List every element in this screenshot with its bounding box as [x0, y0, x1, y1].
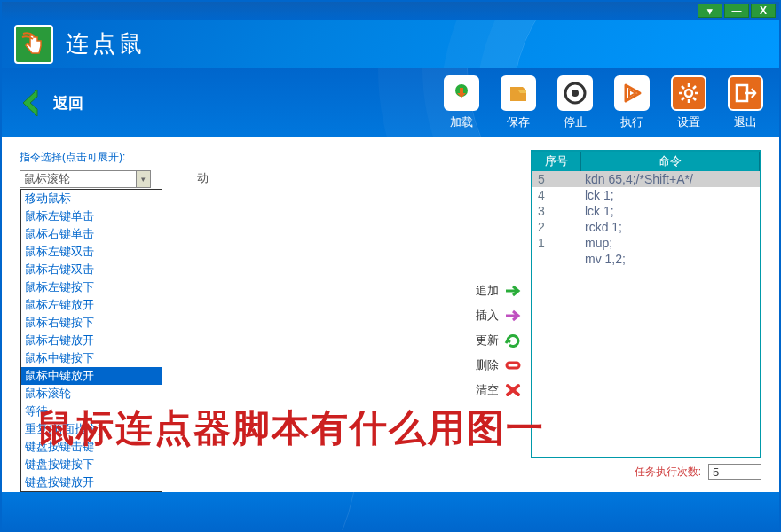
- action-label: 删除: [476, 357, 499, 373]
- cell-cmd: lck 1;: [581, 203, 760, 219]
- cell-cmd: lck 1;: [581, 187, 760, 203]
- update-icon: [504, 332, 522, 348]
- restore-button[interactable]: ▾: [698, 4, 722, 18]
- command-select-panel: 指令选择(点击可展开): 鼠标滚轮 ▾ 移动鼠标鼠标左键单击鼠标右键单击鼠标左键…: [20, 150, 179, 480]
- clear-action[interactable]: 清空: [476, 382, 522, 398]
- command-dropdown[interactable]: 移动鼠标鼠标左键单击鼠标右键单击鼠标左键双击鼠标右键双击鼠标左键按下鼠标左键放开…: [20, 189, 162, 492]
- dropdown-item[interactable]: 鼠标中键按下: [21, 349, 162, 367]
- table-header: 序号 命令: [532, 152, 760, 171]
- dropdown-item[interactable]: 鼠标左键单击: [21, 207, 162, 225]
- svg-line-9: [693, 98, 696, 100]
- exit-icon: [728, 75, 763, 111]
- close-button[interactable]: X: [751, 4, 776, 18]
- settings-button[interactable]: 设置: [671, 75, 706, 130]
- tool-label: 退出: [734, 114, 757, 130]
- table-row[interactable]: 4lck 1;: [532, 187, 760, 203]
- dropdown-item[interactable]: 鼠标左键放开: [21, 296, 162, 314]
- stop-icon: [557, 75, 593, 111]
- svg-line-11: [693, 86, 696, 89]
- tool-label: 停止: [564, 114, 587, 130]
- tool-label: 设置: [677, 114, 700, 130]
- combo-value: 鼠标滚轮: [20, 171, 136, 187]
- svg-rect-13: [507, 363, 519, 368]
- dropdown-item[interactable]: 鼠标右键放开: [21, 332, 162, 349]
- table-row[interactable]: mv 1,2;: [532, 251, 760, 267]
- save-button[interactable]: 保存: [501, 75, 536, 130]
- dropdown-item[interactable]: 鼠标右键单击: [21, 225, 162, 243]
- cell-seq: 3: [532, 203, 581, 219]
- titlebar: ▾ — X: [2, 2, 779, 20]
- header: 连点鼠: [2, 20, 779, 68]
- cell-seq: 2: [532, 219, 581, 235]
- cell-cmd: mup;: [581, 235, 760, 251]
- dropdown-item[interactable]: 鼠标滚轮: [21, 385, 162, 403]
- app-title: 连点鼠: [66, 28, 146, 59]
- svg-point-3: [685, 90, 692, 97]
- dropdown-item[interactable]: 鼠标左键双击: [21, 243, 162, 261]
- back-label: 返回: [53, 93, 83, 113]
- action-label: 清空: [476, 382, 499, 398]
- tool-label: 执行: [620, 114, 643, 130]
- append-action[interactable]: 追加: [476, 283, 522, 299]
- delete-icon: [504, 357, 522, 373]
- content-area: 指令选择(点击可展开): 鼠标滚轮 ▾ 移动鼠标鼠标左键单击鼠标右键单击鼠标左键…: [2, 137, 779, 492]
- load-icon: [444, 75, 479, 111]
- chevron-down-icon[interactable]: ▾: [136, 171, 150, 187]
- col-cmd: 命令: [581, 152, 760, 171]
- cell-seq: 1: [532, 235, 581, 251]
- script-table: 序号 命令 5kdn 65,4;/*Shift+A*/4lck 1;3lck 1…: [531, 150, 761, 458]
- middle-panel: 动: [179, 150, 476, 480]
- cell-cmd: kdn 65,4;/*Shift+A*/: [581, 171, 760, 187]
- run-icon: [614, 75, 650, 111]
- command-combo[interactable]: 鼠标滚轮 ▾ 移动鼠标鼠标左键单击鼠标右键单击鼠标左键双击鼠标右键双击鼠标左键按…: [20, 170, 151, 188]
- update-action[interactable]: 更新: [476, 332, 522, 348]
- cell-cmd: mv 1,2;: [581, 251, 760, 267]
- back-button[interactable]: 返回: [18, 86, 83, 120]
- exec-count-input[interactable]: [708, 464, 761, 480]
- insert-icon: [504, 308, 522, 324]
- table-row[interactable]: 3lck 1;: [532, 203, 760, 219]
- dropdown-item[interactable]: 鼠标中键放开: [21, 367, 162, 385]
- svg-line-8: [682, 86, 684, 89]
- action-label: 更新: [476, 332, 499, 348]
- table-row[interactable]: 5kdn 65,4;/*Shift+A*/: [532, 171, 760, 187]
- exec-count-label: 任务执行次数:: [635, 465, 701, 480]
- exit-button[interactable]: 退出: [728, 75, 763, 130]
- hint-text: 动: [197, 171, 209, 184]
- insert-action[interactable]: 插入: [476, 308, 522, 324]
- back-arrow-icon: [18, 86, 44, 120]
- action-label: 插入: [476, 308, 499, 324]
- table-row[interactable]: 1mup;: [532, 235, 760, 251]
- app-logo: [14, 25, 53, 64]
- dropdown-item[interactable]: 等待: [21, 403, 162, 420]
- run-button[interactable]: 执行: [614, 75, 650, 130]
- table-row[interactable]: 2rckd 1;: [532, 219, 760, 235]
- dropdown-item[interactable]: 鼠标左键按下: [21, 278, 162, 296]
- table-body[interactable]: 5kdn 65,4;/*Shift+A*/4lck 1;3lck 1;2rckd…: [532, 171, 760, 267]
- footer: [2, 492, 779, 532]
- save-icon: [501, 75, 536, 111]
- settings-icon: [671, 75, 706, 111]
- dropdown-item[interactable]: 重复(前面指令): [21, 420, 162, 438]
- minimize-button[interactable]: —: [724, 4, 749, 18]
- load-button[interactable]: 加载: [444, 75, 479, 130]
- svg-point-2: [572, 90, 579, 97]
- dropdown-item[interactable]: 鼠标右键双击: [21, 261, 162, 278]
- dropdown-item[interactable]: 键盘按键击键: [21, 438, 162, 456]
- section-label: 指令选择(点击可展开):: [20, 150, 179, 165]
- cell-seq: 4: [532, 187, 581, 203]
- delete-action[interactable]: 删除: [476, 357, 522, 373]
- cell-cmd: rckd 1;: [581, 219, 760, 235]
- tool-label: 保存: [507, 114, 530, 130]
- col-seq: 序号: [532, 152, 581, 171]
- window-controls: ▾ — X: [698, 4, 776, 18]
- stop-button[interactable]: 停止: [557, 75, 593, 130]
- dropdown-item[interactable]: 鼠标右键按下: [21, 314, 162, 332]
- svg-line-10: [682, 98, 684, 100]
- dropdown-item[interactable]: 移动鼠标: [21, 190, 162, 207]
- exec-count-row: 任务执行次数:: [531, 464, 761, 480]
- dropdown-item[interactable]: 键盘按键按下: [21, 456, 162, 473]
- script-panel: 序号 命令 5kdn 65,4;/*Shift+A*/4lck 1;3lck 1…: [531, 150, 761, 480]
- dropdown-item[interactable]: 键盘按键放开: [21, 473, 162, 491]
- action-buttons: 追加插入更新删除清空: [476, 150, 522, 480]
